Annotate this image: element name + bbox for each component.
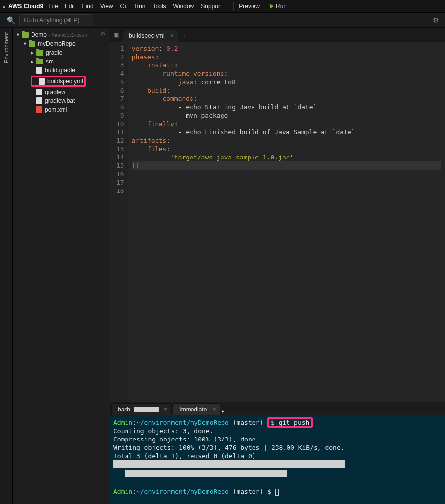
folder-icon (22, 32, 29, 38)
code-line-1: version: 0.2 (132, 44, 441, 53)
code-line-4: runtime-versions: (132, 69, 441, 78)
tree-root-name: Demo (31, 32, 47, 38)
tree-item-label: src (46, 58, 54, 65)
code-line-8: commands: (132, 94, 441, 103)
toolbar: 🔍 Go to Anything (⌘ P) ⚙ (0, 13, 445, 28)
code-line-9: - echo Starting Java build at `date` (132, 103, 441, 111)
file-icon (36, 106, 42, 113)
terminal-line: Total 3 (delta 1), reused 0 (delta 0) (113, 452, 256, 460)
add-tab-button[interactable]: + (179, 31, 191, 42)
terminal-branch: (master) (233, 488, 264, 495)
editor-tabs: ▣ buildspec.yml × + (109, 28, 445, 42)
goto-anything-input[interactable]: Go to Anything (⌘ P) (19, 14, 93, 26)
redacted-line (113, 460, 345, 468)
terminal-path: ~/environment/myDemoRepo (136, 488, 229, 495)
chevron-right-icon: ▶ (31, 59, 35, 64)
code-line-17: - 'target/aws-java-sample-1.0.jar' (132, 153, 441, 161)
terminal-line: Writing objects: 100% (3/3), 476 bytes |… (113, 444, 345, 451)
file-icon (36, 67, 42, 74)
tree-file-gradlew[interactable]: gradlew (14, 88, 108, 96)
tree-folder-src[interactable]: ▶src (14, 57, 108, 66)
chevron-right-icon: ▶ (31, 50, 35, 55)
run-label: Run (276, 3, 286, 10)
menu-edit[interactable]: Edit (65, 3, 75, 10)
terminal-command-highlighted: $ git push (267, 417, 313, 428)
terminal-line: Counting objects: 3, done. (113, 427, 214, 435)
code-line-7: build: (132, 86, 441, 94)
tree-item-label: myDemoRepo (38, 40, 76, 47)
terminal-line: Compressing objects: 100% (3/3), done. (113, 436, 259, 443)
tab-label: Immediate (179, 406, 207, 413)
file-icon (36, 97, 42, 104)
folder-icon (29, 41, 35, 47)
close-icon[interactable]: × (170, 32, 174, 39)
tab-label: bash - (118, 406, 134, 413)
editor-tab-buildspec[interactable]: buildspec.yml × (123, 30, 178, 42)
code-line-13: - echo Finished build of Java Sample at … (132, 128, 441, 136)
terminal-user: Admin (113, 419, 132, 426)
code-line-3: install: (132, 61, 441, 69)
file-tree: ⚙ ▼ Demo - /home/ec2-user/ ▼myDemoRepo▶g… (13, 28, 109, 504)
preview-button[interactable]: Preview (239, 3, 260, 10)
code-editor[interactable]: 123456789101112131415161718 version: 0.2… (109, 42, 445, 402)
menubar: ▴ AWS Cloud9 File Edit Find View Go Run … (0, 0, 445, 13)
menu-support[interactable]: Support (201, 3, 222, 10)
environment-label: Environment (2, 28, 10, 68)
code-line-18: [] (132, 161, 441, 170)
terminal-user: Admin (113, 488, 132, 495)
terminal-path: ~/environment/myDemoRepo (136, 419, 229, 426)
menu-tools[interactable]: Tools (153, 3, 166, 10)
add-terminal-tab-button[interactable]: + (221, 409, 224, 415)
tree-folder-gradle[interactable]: ▶gradle (14, 48, 108, 57)
tree-file-pom-xml[interactable]: pom.xml (14, 105, 108, 114)
run-button[interactable]: Run (270, 3, 286, 10)
environment-side-tab[interactable]: Environment (0, 28, 13, 504)
tree-item-label: buildspec.yml (47, 78, 83, 85)
menu-find[interactable]: Find (82, 3, 93, 10)
menu-file[interactable]: File (48, 3, 58, 10)
panel-icon[interactable]: ▣ (111, 32, 123, 42)
code-line-15: artifacts: (132, 136, 441, 145)
tree-item-label: gradlew (45, 89, 65, 95)
menu-window[interactable]: Window (173, 3, 194, 10)
folder-icon (36, 59, 43, 64)
line-gutter: 123456789101112131415161718 (109, 42, 128, 402)
tree-file-buildspec-yml[interactable]: buildspec.yml (14, 75, 108, 88)
gear-icon[interactable]: ⚙ (433, 16, 439, 24)
terminal-tab-immediate[interactable]: Immediate × (173, 403, 220, 415)
code-line-10: - mvn package (132, 111, 441, 120)
editor-area: ▣ buildspec.yml × + 12345678910111213141… (109, 28, 445, 504)
terminal-cursor (275, 489, 279, 496)
redacted-text (134, 407, 159, 412)
menu-run[interactable]: Run (135, 3, 146, 10)
bottom-tabs: bash - × Immediate × + (109, 402, 445, 415)
code-line-2: phases: (132, 53, 441, 61)
search-icon[interactable]: 🔍 (7, 16, 15, 24)
tree-item-label: gradlew.bat (45, 97, 75, 104)
redacted-line (125, 470, 287, 477)
menubar-divider (233, 2, 234, 11)
tree-file-build-gradle[interactable]: build.gradle (14, 66, 108, 75)
menu-view[interactable]: View (100, 3, 113, 10)
code-line-12: finally: (132, 120, 441, 128)
tree-root-path: - /home/ec2-user/ (49, 32, 87, 38)
code-body[interactable]: version: 0.2phases: install: runtime-ver… (128, 42, 445, 402)
file-icon (39, 78, 45, 85)
tree-folder-myDemoRepo[interactable]: ▼myDemoRepo (14, 39, 108, 48)
terminal-tab-bash[interactable]: bash - × (111, 403, 172, 415)
tree-item-label: pom.xml (45, 106, 67, 113)
terminal[interactable]: Admin:~/environment/myDemoRepo (master) … (109, 415, 445, 504)
file-icon (36, 89, 42, 95)
brand: AWS Cloud9 (8, 3, 43, 10)
brand-triangle-icon: ▴ (3, 3, 5, 9)
close-icon[interactable]: × (164, 406, 167, 413)
play-icon (270, 4, 274, 9)
menu-go[interactable]: Go (120, 3, 128, 10)
sidebar-gear-icon[interactable]: ⚙ (100, 31, 106, 37)
close-icon[interactable]: × (212, 406, 216, 413)
tree-root[interactable]: ▼ Demo - /home/ec2-user/ (14, 31, 108, 39)
chevron-down-icon: ▼ (23, 41, 28, 46)
tree-file-gradlew-bat[interactable]: gradlew.bat (14, 96, 108, 105)
chevron-down-icon: ▼ (16, 32, 21, 37)
code-line-5: java: corretto8 (132, 78, 441, 86)
